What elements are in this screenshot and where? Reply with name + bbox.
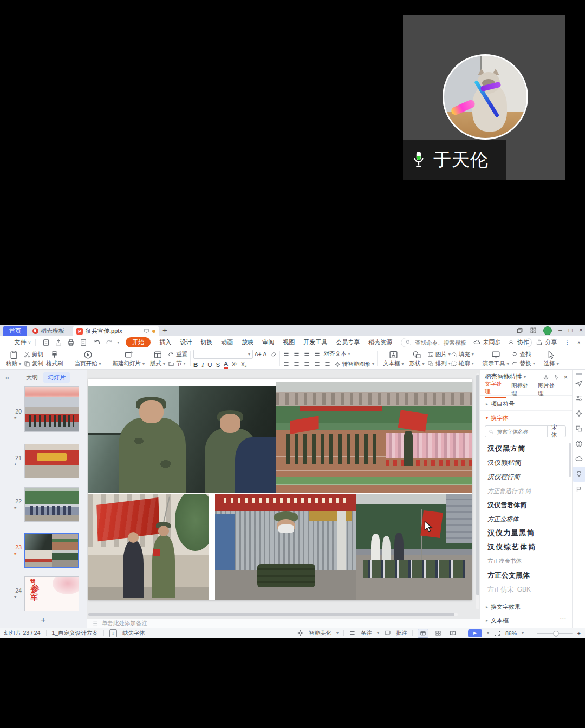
close-panel-button[interactable]: × <box>563 373 568 381</box>
share-button[interactable]: 分享 <box>536 338 557 346</box>
menu-docer-resources[interactable]: 稻壳资源 <box>368 338 392 346</box>
photo-military-formation[interactable] <box>276 382 472 493</box>
apps-grid-icon[interactable] <box>530 327 537 334</box>
cut-button[interactable]: 剪切 <box>24 351 43 358</box>
redo-icon[interactable] <box>106 339 113 346</box>
menu-developer[interactable]: 开发工具 <box>303 338 327 346</box>
slide-library-icon[interactable] <box>573 421 585 436</box>
increase-font-button[interactable]: A+ <box>255 351 262 357</box>
convert-to-smartart-button[interactable]: 转智能图形 ▾ <box>334 360 375 368</box>
slide-23-thumbnail-selected[interactable] <box>24 533 79 568</box>
copy-button[interactable]: 复制 <box>24 360 43 368</box>
fit-to-window-icon[interactable] <box>494 630 500 637</box>
slide-22-thumbnail[interactable] <box>24 487 79 522</box>
reading-view-button[interactable] <box>448 629 458 637</box>
tab-text-processing[interactable]: 文字处理 <box>485 381 506 398</box>
font-list-item[interactable]: 汉仪力量黑简 <box>480 526 572 540</box>
play-slideshow-button[interactable]: ▶ <box>468 629 482 637</box>
normal-view-button[interactable] <box>418 629 428 638</box>
add-slide-button[interactable]: + <box>0 613 87 628</box>
font-list-item[interactable]: 方正金桥体 <box>480 512 572 526</box>
zoom-slider[interactable] <box>537 633 573 634</box>
format-painter-button[interactable]: 格式刷 <box>43 350 66 368</box>
tab-slides-active[interactable]: 幻灯片 <box>43 372 70 383</box>
smart-beautify-button[interactable]: 智能美化 <box>309 629 332 637</box>
menu-home-active[interactable]: 开始 <box>126 337 151 347</box>
tab-document-active[interactable]: P 征兵宣传.pptx <box>73 326 159 336</box>
panel-menu-icon[interactable]: ≡ <box>564 386 568 393</box>
underline-button[interactable]: U <box>207 362 212 368</box>
strikethrough-button[interactable]: S <box>216 362 220 368</box>
tab-outline[interactable]: 大纲 <box>26 373 38 382</box>
fill-button[interactable]: 填充▾ <box>451 351 474 358</box>
font-list-item[interactable]: 方正仿宋_GBK <box>480 582 572 596</box>
bookmark-flag-icon[interactable] <box>573 482 585 497</box>
font-color-button[interactable]: A <box>224 361 228 369</box>
font-list-item[interactable]: 方正瘦金书体 <box>480 554 572 568</box>
smart-beautify-icon[interactable] <box>573 406 585 421</box>
hamburger-icon[interactable]: ≡ <box>8 339 11 346</box>
sync-status-button[interactable]: 未同步 <box>473 338 500 346</box>
align-right-icon[interactable] <box>303 360 310 368</box>
new-slide-button[interactable]: 新建幻灯片▾ <box>110 350 148 368</box>
replace-button[interactable]: 替换▾ <box>512 360 535 368</box>
font-list-item[interactable]: 汉仪颜楷简 <box>480 456 572 470</box>
panel-title-caret[interactable]: ▾ <box>524 375 526 379</box>
font-name-select[interactable]: ▾ <box>193 350 253 359</box>
panel-scrollbar-thumb[interactable] <box>569 443 571 477</box>
reset-button[interactable]: 重置 <box>168 351 187 358</box>
missing-font-warning[interactable]: 缺失字体 <box>122 629 145 637</box>
layout-button[interactable]: 版式▾ <box>147 350 168 368</box>
collaborate-button[interactable]: 协作 <box>508 338 529 346</box>
menu-transitions[interactable]: 切换 <box>200 338 212 346</box>
font-list-item[interactable]: 汉仪雪君体简 <box>480 498 572 512</box>
preview-icon[interactable] <box>80 339 87 346</box>
tab-docer-templates[interactable]: 稻壳模板 <box>29 326 72 336</box>
photo-flag-handover-street[interactable] <box>88 494 209 600</box>
section-textbox[interactable]: ▸ 文本框 <box>480 614 572 627</box>
font-list-item[interactable]: 方正鲁迅行书 简 <box>480 484 572 498</box>
justify-icon[interactable] <box>314 360 321 368</box>
design-scheme-name[interactable]: 1_自定义设计方案 <box>52 629 98 637</box>
slide-23-editing-surface[interactable] <box>88 379 472 600</box>
zoom-out-button[interactable]: – <box>529 630 532 637</box>
object-properties-icon[interactable] <box>573 391 585 406</box>
bold-button[interactable]: B <box>193 362 198 368</box>
font-search-box[interactable]: 宋体 <box>485 425 566 437</box>
menu-member-exclusive[interactable]: 会员专享 <box>336 338 360 346</box>
align-left-icon[interactable] <box>283 360 290 368</box>
photo-bus-interior[interactable] <box>88 386 276 493</box>
maximize-button[interactable]: □ <box>569 325 573 336</box>
find-button[interactable]: 查找 <box>512 351 535 358</box>
smart-features-icon-selected[interactable] <box>573 467 585 482</box>
collapse-ribbon-button[interactable]: ∧ <box>577 340 581 345</box>
font-list-item[interactable]: 方正公文黑体 <box>480 568 572 582</box>
menu-view[interactable]: 视图 <box>283 338 295 346</box>
participant-video-tile[interactable]: 于天伦 <box>403 15 566 180</box>
slide-24-thumbnail[interactable]: 我 参 军 <box>24 576 79 611</box>
outline-button[interactable]: 轮廓▾ <box>451 360 474 368</box>
play-from-current-button[interactable]: 当页开始▾ <box>72 350 104 368</box>
slide-sorter-view-button[interactable] <box>433 629 443 637</box>
textbox-button[interactable]: 文本框▾ <box>380 350 407 368</box>
close-button[interactable]: × <box>579 325 583 336</box>
strip-collapse-handle[interactable] <box>576 373 582 375</box>
notes-bar[interactable]: 单击此处添加备注 <box>87 619 480 628</box>
editing-canvas[interactable] <box>87 370 480 619</box>
cloud-resources-icon[interactable] <box>573 451 585 467</box>
help-icon[interactable] <box>573 436 585 451</box>
decrease-font-button[interactable]: A- <box>263 351 269 357</box>
subscript-button[interactable]: X₂ <box>241 362 247 368</box>
menu-review[interactable]: 审阅 <box>262 338 274 346</box>
select-button[interactable]: 选择▾ <box>541 350 562 368</box>
photo-soldier-with-uniform-bundle[interactable] <box>215 494 356 600</box>
menu-animation[interactable]: 动画 <box>221 338 233 346</box>
collapse-panel-button[interactable]: « <box>5 373 9 382</box>
font-list-item[interactable]: 汉仪综艺体简 <box>480 540 572 554</box>
photo-group-with-flag[interactable] <box>356 494 472 600</box>
pin-icon[interactable] <box>553 374 560 381</box>
zoom-slider-thumb[interactable] <box>553 631 559 637</box>
section-button[interactable]: 节▾ <box>168 360 187 368</box>
increase-indent-icon[interactable] <box>314 350 321 357</box>
tab-image-processing[interactable]: 图片处理 <box>538 382 559 397</box>
